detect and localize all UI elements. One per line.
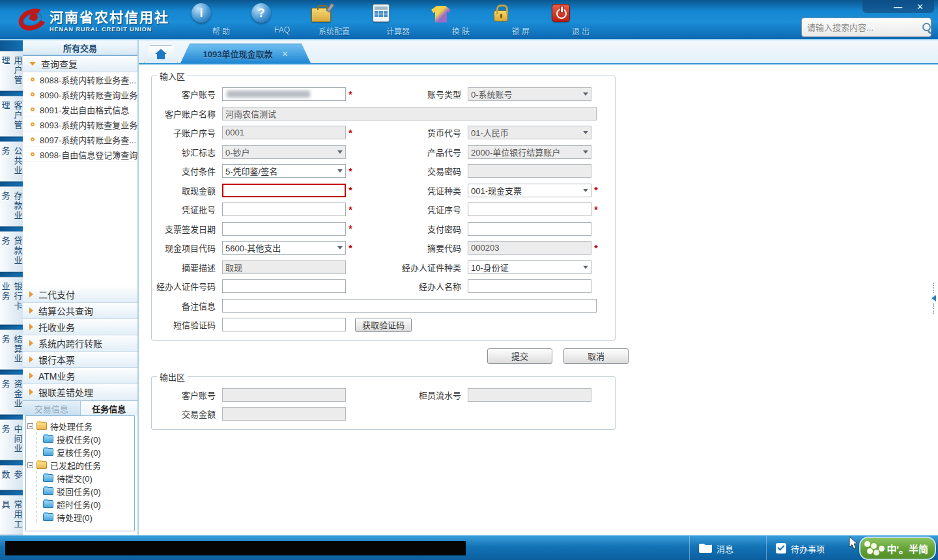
cheque-issue-date-input[interactable] [222,222,346,236]
system-config-button[interactable]: 系统配置 [301,3,341,36]
agent-name-input[interactable] [468,279,591,293]
menu-item-8098[interactable]: 8098-自由信息登记簿查询 [23,147,137,162]
tree-node-review-tasks[interactable]: 复核任务(0) [36,445,133,458]
voucher-batch-input[interactable] [222,203,346,216]
all-transactions-tab[interactable]: 所有交易 [23,40,137,56]
tab-trade-info[interactable]: 交易信息 [23,401,80,415]
account-type-select[interactable]: 0-系统账号 [468,87,591,101]
category-tab-common-tools[interactable]: 常用工具 [0,495,26,535]
chevron-right-icon [29,356,33,363]
home-tab[interactable] [144,45,178,63]
search-input[interactable] [807,23,922,33]
currency-code-select[interactable]: 01-人民币 [468,126,591,139]
menu-item-8093[interactable]: 8093-系统内转账查复业务 [23,117,137,132]
ime-status-badge[interactable]: 中'。半简 [859,537,936,560]
category-tab-deposit-biz[interactable]: 存款业务 [0,186,26,227]
tree-node-to-handle[interactable]: 待处理(0) [36,511,133,524]
exit-button[interactable]: 退 出 [541,3,581,36]
change-skin-button[interactable]: 换 肤 [421,3,461,36]
lock-screen-button[interactable]: 锁 屏 [481,3,521,36]
close-tab-icon[interactable]: ✕ [281,49,288,59]
remark-input[interactable] [222,299,597,313]
output-customer-account [222,388,346,402]
logo-subtitle: HENAN RURAL CREDIT UNION [50,26,169,33]
section-query-reply[interactable]: 查询查复 [23,56,137,72]
section-atm-biz[interactable]: ATM业务 [23,368,137,384]
close-button[interactable]: ✕ [917,3,924,11]
agent-cert-type-select[interactable]: 10-身份证 [468,260,591,274]
category-tab-intermediate-biz[interactable]: 中间业务 [0,419,26,460]
redacted-value [227,91,310,98]
shirt-icon [431,6,451,23]
tab-task-info[interactable]: 任务信息 [80,401,138,415]
bullet-icon [31,122,35,126]
voucher-type-select[interactable]: 001-现金支票 [468,184,591,197]
tree-node-rejected[interactable]: 驳回任务(0) [36,484,133,497]
category-strip: 用户管理 客户管理 公共业务 存款业务 贷款业务 银行卡业务 结算业务 资金业务… [0,40,23,535]
bullet-icon [31,107,35,111]
messages-button[interactable]: 消息 [689,536,743,560]
customer-account-input[interactable] [222,87,346,101]
section-collection-biz[interactable]: 托收业务 [23,319,137,335]
collapse-box-icon[interactable] [27,423,33,429]
product-code-select[interactable]: 2000-单位银行结算账户 [468,145,591,159]
menu-item-8097[interactable]: 8097-系统内转账业务查... [23,132,137,147]
header-toolbar: i 帮 助 ? FAQ 系统配置 计算器 换 肤 锁 屏 [181,3,581,36]
cancel-button[interactable]: 取消 [563,348,629,364]
menu-item-8088[interactable]: 8088-系统内转账业务查... [23,72,137,87]
section-settlement-query[interactable]: 结算公共查询 [23,303,137,319]
pay-password-input[interactable] [468,222,591,236]
logo: 河南省农村信用社 HENAN RURAL CREDIT UNION [0,7,169,33]
cash-flag-select[interactable]: 0-钞户 [222,145,346,159]
tab-1093-cash-withdrawal[interactable]: 1093单位现金取款 ✕ [180,44,311,63]
collapse-box-icon[interactable] [27,462,33,468]
category-tab-bankcard-biz[interactable]: 银行卡业务 [0,277,26,325]
minimize-button[interactable]: — [894,3,902,11]
sub-account-no-input[interactable] [222,126,346,139]
tree-node-initiated[interactable]: 已发起的任务 [27,458,133,471]
summary-desc-input[interactable] [222,260,346,274]
section-second-gen-payment[interactable]: 二代支付 [23,287,137,303]
get-sms-code-button[interactable]: 获取验证码 [355,318,412,332]
tree-node-timeout[interactable]: 超时任务(0) [36,497,133,511]
customer-account-name-input[interactable] [222,107,597,120]
section-bank-draft[interactable]: 银行本票 [23,352,137,368]
category-tab-funds-biz[interactable]: 资金业务 [0,374,26,415]
category-tab-params[interactable]: 参数 [0,465,26,490]
voucher-serial-input[interactable] [468,203,591,216]
chevron-right-icon [29,291,33,298]
withdraw-amount-input[interactable] [222,184,346,197]
submit-button[interactable]: 提交 [487,348,552,364]
section-unionpay-error[interactable]: 银联差错处理 [23,384,137,400]
category-tab-user-mgmt[interactable]: 用户管理 [0,51,26,91]
todo-button[interactable]: 待办事项 [766,536,834,560]
category-tab-settlement-biz[interactable]: 结算业务 [0,329,26,370]
summary-code-input[interactable] [468,241,591,255]
tree-node-pending[interactable]: 待处理任务 [27,419,133,432]
faq-button[interactable]: ? FAQ [241,3,281,36]
agent-cert-no-input[interactable] [222,279,346,293]
chevron-down-icon [29,62,36,66]
output-area-fieldset: 输出区 客户账号 柜员流水号 交易金额 [151,371,616,430]
category-tab-public-biz[interactable]: 公共业务 [0,141,26,182]
menu-item-8091[interactable]: 8091-发出自由格式信息 [23,102,137,117]
section-interbank-transfer[interactable]: 系统内跨行转账 [23,335,137,352]
sms-code-input[interactable] [222,318,346,331]
search-icon[interactable] [922,22,932,33]
sidebar-collapse-handle[interactable] [930,280,937,316]
transaction-password-input[interactable] [468,164,591,178]
bullet-icon [31,92,35,96]
chevron-down-icon [337,169,343,173]
menu-item-8090[interactable]: 8090-系统内转账查询业务 [23,87,137,102]
tree-node-to-submit[interactable]: 待提交(0) [36,471,133,484]
tree-node-auth-tasks[interactable]: 授权任务(0) [36,432,133,445]
category-tab-loan-biz[interactable]: 贷款业务 [0,231,26,272]
category-tab-customer-mgmt[interactable]: 客户管理 [0,96,26,136]
help-button[interactable]: i 帮 助 [181,3,221,36]
calculator-button[interactable]: 计算器 [361,3,401,36]
chevron-down-icon [583,131,588,134]
chevron-down-icon [337,246,343,249]
pay-condition-select[interactable]: 5-凭印鉴/签名 [222,164,346,178]
header: 河南省农村信用社 HENAN RURAL CREDIT UNION i 帮 助 … [0,0,938,40]
cash-item-code-select[interactable]: 5600-其他支出 [222,241,346,255]
